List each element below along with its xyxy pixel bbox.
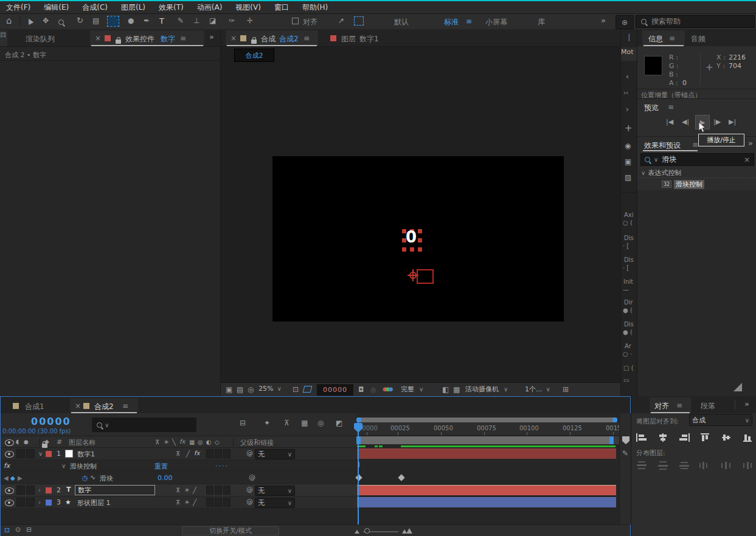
layer-row-1[interactable]: ∨ 1 数字1 ⊼ ╱ fx @ 无∨ [1, 448, 356, 460]
time-navigator-bar[interactable] [356, 417, 617, 422]
align-top-button[interactable] [699, 433, 710, 442]
go-to-start-button[interactable]: |◀ [666, 119, 673, 125]
previous-frame-button[interactable]: ◀| [682, 119, 689, 125]
frame-blend-switch-icon[interactable]: ▦ [189, 439, 195, 445]
property-value[interactable]: 0.00 [158, 474, 173, 482]
mask-visibility-icon[interactable]: ◎ [248, 386, 254, 393]
view-count-dropdown[interactable]: 1个...∨ [525, 385, 557, 394]
panel-menu-icon[interactable]: ≡ [669, 34, 675, 43]
region-of-interest-icon[interactable] [354, 16, 364, 26]
panel-resize-grip[interactable] [733, 383, 742, 391]
type-tool-icon[interactable]: T [159, 16, 164, 26]
menu-animation[interactable]: 动画(A) [197, 2, 223, 13]
eraser-tool-icon[interactable]: ◪ [209, 17, 216, 24]
show-snapshot-icon[interactable]: ◎ [370, 386, 376, 394]
keyframe-diamond[interactable] [355, 474, 362, 481]
magnification-dropdown[interactable]: 25%∨ [258, 385, 290, 393]
layer-bar-3[interactable] [357, 497, 616, 507]
next-frame-button[interactable]: |▶ [713, 119, 721, 125]
workspace-tab-standard[interactable]: 标准 [444, 17, 459, 27]
shy-switch-icon[interactable]: ⊼ [155, 439, 159, 445]
distribute-left-button[interactable] [699, 461, 710, 470]
strip-icon-layers[interactable]: ▨ [625, 174, 631, 181]
effect-switch-icon[interactable]: ╱ [193, 487, 196, 493]
channel-icon[interactable]: ●●● [383, 386, 394, 392]
distribute-top-button[interactable] [636, 461, 647, 470]
playhead-line[interactable] [358, 422, 359, 524]
strip-icon-next[interactable]: › [626, 106, 629, 113]
effect-name[interactable]: 滑块控制 [70, 462, 97, 471]
timeline-search-field[interactable]: ∨ [92, 417, 196, 432]
current-time-display[interactable]: 00000 [31, 416, 71, 427]
snap-option-icon[interactable]: ↗ [338, 17, 344, 24]
workspace-overflow-chevron[interactable]: » [601, 16, 606, 24]
effect-reset-link[interactable]: 重置 [154, 462, 168, 471]
strip-icon-prev[interactable]: ‹ [626, 73, 629, 80]
transparency-grid-icon[interactable]: ▦ [453, 386, 460, 393]
comp-button-icon[interactable]: ✎ [622, 450, 628, 457]
strip-item-label[interactable]: Dis [624, 235, 634, 241]
menu-help[interactable]: 帮助(H) [302, 2, 328, 13]
switch-cell[interactable] [206, 498, 213, 507]
video-column-icon[interactable] [5, 439, 14, 446]
selection-tool-icon[interactable]: ▲ [26, 16, 34, 26]
clear-search-icon[interactable]: × [744, 156, 750, 164]
layer-name[interactable]: 形状图层 1 [77, 498, 111, 507]
switch-cell[interactable] [206, 486, 213, 495]
search-help-field[interactable]: 搜索帮助 [636, 15, 755, 28]
frame-blending-icon[interactable]: ▦ [301, 419, 308, 427]
quality-switch-icon[interactable]: ╱ [186, 450, 190, 457]
panel-overflow-chevron[interactable]: » [748, 139, 753, 147]
resolution-dropdown[interactable]: 完整∨ [401, 385, 439, 394]
effects-search-field[interactable]: ∨ 滑块 × [640, 153, 754, 166]
layer-row-3[interactable]: › 3 ★ 形状图层 1 ⊼ ☀ ╱ @ 无∨ [1, 496, 356, 509]
timeline-tab-comp1[interactable]: 合成1 [5, 398, 66, 413]
align-vertical-center-button[interactable] [721, 433, 732, 442]
distribute-horizontal-center-button[interactable] [721, 461, 732, 470]
region-of-interest-icon[interactable] [303, 386, 313, 393]
toggle-full-screen-icon[interactable]: ⊞ [563, 386, 569, 393]
navigator-end-handle[interactable] [612, 417, 617, 422]
close-icon[interactable]: × [75, 402, 81, 410]
clone-stamp-tool-icon[interactable]: ⊥ [193, 17, 199, 24]
parent-pickwhip-icon[interactable]: @ [246, 450, 253, 456]
menu-window[interactable]: 窗口 [274, 2, 289, 13]
shy-switch-icon[interactable]: ⊼ [176, 487, 180, 493]
selection-handle[interactable] [418, 238, 422, 242]
navigator-start-handle[interactable] [356, 417, 361, 422]
selection-handle[interactable] [418, 247, 422, 252]
zoom-in-mountain-icon[interactable] [406, 528, 412, 534]
next-keyframe-icon[interactable]: ▶ [18, 475, 23, 481]
render-time-icon[interactable]: ⊟ [26, 526, 32, 533]
label-column-icon[interactable]: ◆ [44, 439, 49, 445]
strip-icon-people[interactable]: ◉ [625, 142, 631, 149]
view-layout-3d-dropdown[interactable]: 活动摄像机∨ [465, 385, 520, 394]
close-icon[interactable]: × [231, 34, 237, 43]
layer-row-2-selected[interactable]: › 2 T 数字 ⊼ ☀ ╱ @ 无∨ [1, 484, 356, 496]
zoom-out-mountain-icon[interactable] [355, 530, 359, 534]
snap-checkbox[interactable] [292, 18, 299, 24]
layer-name[interactable]: 数字1 [77, 450, 95, 459]
always-preview-icon[interactable]: ▣ [226, 386, 232, 393]
quality-switch-icon[interactable]: ☀ [184, 499, 190, 506]
layer-bar-2-selected[interactable] [357, 485, 616, 495]
playhead-handle[interactable] [354, 423, 362, 428]
audio-column-icon[interactable]: ◖ [16, 439, 19, 445]
solo-cell[interactable] [26, 449, 35, 458]
panel-overflow-chevron[interactable]: » [209, 33, 214, 41]
panel-overflow-chevron[interactable]: » [744, 400, 749, 408]
visibility-eye-icon[interactable] [5, 451, 14, 458]
effects-item-label[interactable]: 滑块控制 [674, 180, 704, 189]
tab-render-queue[interactable]: 渲染队列 [26, 34, 55, 44]
strip-item-label[interactable]: Axi [624, 211, 634, 218]
visibility-eye-icon[interactable] [5, 487, 14, 494]
collapsed-panel-tab[interactable]: Mot [621, 47, 637, 61]
selection-handle[interactable] [418, 229, 422, 233]
composition-mini-flowchart-icon[interactable]: ⊟ [240, 419, 246, 427]
camera-tool-icon[interactable]: ▤ [92, 17, 99, 24]
switch-cell[interactable] [215, 498, 222, 507]
align-right-button[interactable] [679, 433, 690, 442]
parent-pickwhip-icon[interactable]: @ [249, 474, 255, 481]
work-area-bar[interactable] [356, 436, 614, 444]
motion-blur-icon[interactable]: ◎ [317, 419, 324, 427]
